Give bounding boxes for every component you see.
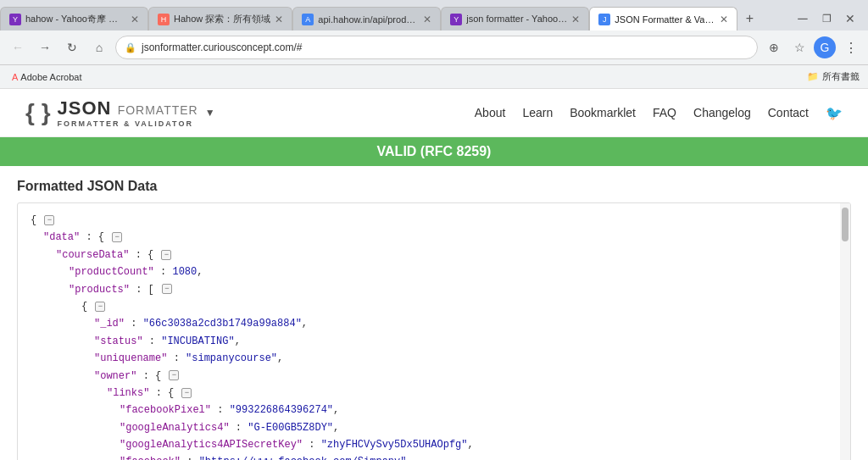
json-scrollbar[interactable] [840,203,850,460]
collapse-coursedata[interactable]: − [161,250,171,260]
json-line-coursedata: "courseData" : { − [56,247,833,263]
tab-close-3[interactable]: ✕ [423,14,431,25]
tab-favicon-3: A [302,14,314,25]
site-header: { } JSON FORMATTER FORMATTER & VALIDATOR… [0,89,868,137]
colon-13: : [186,456,198,460]
website-content: { } JSON FORMATTER FORMATTER & VALIDATOR… [0,89,868,460]
collapse-root[interactable]: − [44,215,54,225]
key-uniquename: "uniquename" [94,352,167,364]
key-facebook: "facebook" [120,456,181,460]
val-uniquename: "simpanycourse" [186,352,277,364]
colon-5: : [131,318,142,330]
tab-close-5[interactable]: ✕ [720,14,728,25]
twitter-icon[interactable]: 🐦 [826,105,843,121]
collapse-obj[interactable]: − [95,302,105,312]
home-button[interactable]: ⌂ [88,36,110,58]
tab-favicon-1: Y [9,14,21,25]
colon-3: : [160,266,172,278]
adobe-icon: A [12,72,18,82]
json-line-status: "status" : "INCUBATING", [94,333,833,350]
new-tab-button[interactable]: + [737,7,761,30]
tab-api-hahow[interactable]: A api.hahow.in/api/products/s... ✕ [292,7,441,30]
json-line-uniquename: "uniquename" : "simpanycourse", [94,350,833,367]
tab-close-1[interactable]: ✕ [131,14,139,25]
tab-json-formatter-active[interactable]: J JSON Formatter & Validator ✕ [589,7,737,30]
tab-title-5: JSON Formatter & Validator [615,14,715,25]
bookmarks-bar: A Adobe Acrobat 📁 所有書籤 [0,65,868,89]
folder-icon: 📁 [807,71,819,82]
json-content-area[interactable]: { − "data" : { − "courseData" : { − [18,203,850,460]
nav-bookmarklet[interactable]: Bookmarklet [570,106,636,119]
json-line-data: "data" : { − [43,229,833,246]
tab-json-formatter-yahoo[interactable]: Y json formatter - Yahoo奇摩 开... ✕ [441,7,589,30]
back-button[interactable]: ← [7,36,29,58]
tab-bar: Y hahow - Yahoo奇摩 搜尋結果 ✕ H Hahow 探索：所有領域… [0,0,868,30]
key-fbpixel: "facebookPixel" [120,404,211,416]
val-id: "66c3038a2cd3b1749a99a884" [143,318,302,330]
key-products: "products" [69,284,130,296]
collapse-owner[interactable]: − [169,370,179,380]
logo-bracket-left: { } [25,99,51,126]
val-fbpixel: "993226864396274" [230,404,333,416]
key-id: "_id" [94,318,125,330]
tab-hahow-explore[interactable]: H Hahow 探索：所有領域 ✕ [148,7,292,30]
lock-icon: 🔒 [125,42,136,53]
nav-about[interactable]: About [475,106,506,119]
tab-close-4[interactable]: ✕ [571,14,580,25]
json-line-ga4secret: "googleAnalytics4APISecretKey" : "zhyFHC… [120,436,833,453]
json-line-owner: "owner" : { − [94,368,833,385]
collapse-products[interactable]: − [162,284,172,294]
json-section-title: Formatted JSON Data [17,179,851,194]
json-line-ga4: "googleAnalytics4" : "G-E00GB5Z8DY", [120,419,833,436]
window-minimize[interactable]: ─ [792,8,814,30]
colon-10: : [217,404,229,416]
logo-json-text: JSON [58,97,112,119]
key-ga4secret: "googleAnalytics4APISecretKey" [120,439,303,451]
tab-yahoo-search[interactable]: Y hahow - Yahoo奇摩 搜尋結果 ✕ [0,7,148,30]
tab-title-3: api.hahow.in/api/products/s... [318,14,419,25]
json-brace-open: { [31,214,36,226]
key-owner: "owner" [94,370,136,382]
collapse-links[interactable]: − [181,388,192,398]
logo-json: JSON FORMATTER [58,97,198,119]
valid-banner: VALID (RFC 8259) [0,137,868,166]
address-bar[interactable]: 🔒 jsonformatter.curiousconcept.com/# [115,36,758,59]
window-restore[interactable]: ❐ [815,8,837,30]
val-ga4secret: "zhyFHCVySvy5Dx5UHAOpfg" [321,439,468,451]
tab-title-2: Hahow 探索：所有領域 [174,13,270,25]
browser-window: Y hahow - Yahoo奇摩 搜尋結果 ✕ H Hahow 探索：所有領域… [0,0,868,460]
json-container: { − "data" : { − "courseData" : { − [17,202,851,460]
bracket-obj: { [81,301,87,313]
logo-dropdown-arrow[interactable]: ▼ [205,107,215,119]
colon-12: : [309,439,320,451]
tab-close-2[interactable]: ✕ [275,14,283,25]
window-close[interactable]: ✕ [839,8,861,30]
key-links: "links" [107,387,149,399]
nav-faq[interactable]: FAQ [653,106,676,119]
json-line-open: { − [31,212,833,229]
json-line-facebook: "facebook" : "https://www.facebook.com/S… [120,453,833,460]
json-line-obj-open: { − [81,298,833,315]
browser-actions: ⊕ ☆ G ⋮ [763,36,861,58]
forward-button[interactable]: → [34,36,56,58]
refresh-button[interactable]: ↻ [61,36,83,58]
address-text: jsonformatter.curiousconcept.com/# [142,42,748,53]
collapse-data[interactable]: − [112,232,122,242]
more-button[interactable]: ⋮ [839,36,861,58]
bookmark-button[interactable]: ☆ [788,36,810,58]
profile-button[interactable]: G [814,36,836,58]
json-line-products: "products" : [ − [69,281,833,298]
all-bookmarks[interactable]: 📁 所有書籤 [807,70,860,83]
bookmark-adobe[interactable]: A Adobe Acrobat [8,70,86,84]
nav-changelog[interactable]: Changelog [693,106,751,119]
key-status: "status" [94,335,143,347]
nav-learn[interactable]: Learn [522,106,553,119]
extensions-button[interactable]: ⊕ [763,36,785,58]
colon-6: : [149,335,161,347]
colon-2: : { [136,249,154,261]
logo-text: JSON FORMATTER FORMATTER & VALIDATOR [58,97,198,128]
nav-contact[interactable]: Contact [768,106,809,119]
val-status: "INCUBATING" [161,335,234,347]
colon-1: : { [86,231,104,243]
tab-favicon-2: H [158,14,170,25]
